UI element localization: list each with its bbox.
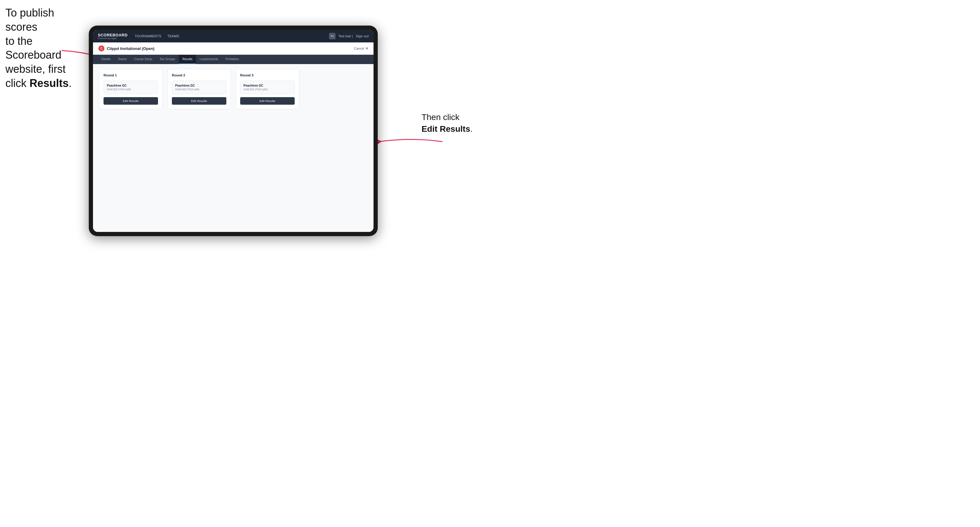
- round-3-course: Peachtree GC Gold (M) (7010 yds): [240, 81, 295, 94]
- round-2-course-details: Gold (M) (7010 yds): [175, 88, 223, 91]
- round-3-course-name: Peachtree GC: [243, 84, 291, 87]
- nav-tournaments[interactable]: TOURNAMENTS: [135, 34, 161, 38]
- logo-title: SCOREBOARD: [98, 33, 127, 37]
- round-1-title: Round 1: [103, 73, 158, 77]
- tournament-icon: C: [99, 45, 105, 51]
- round-2-course: Peachtree GC Gold (M) (7010 yds): [172, 81, 226, 94]
- tab-printables[interactable]: Printables: [222, 55, 242, 64]
- tab-bar: Details Teams Course Setup Tee Groups Re…: [93, 55, 374, 64]
- round-3-title: Round 3: [240, 73, 295, 77]
- instruction-left: To publish scores to the Scoreboard webs…: [5, 6, 84, 90]
- round-2-edit-results-button[interactable]: Edit Results: [172, 97, 226, 105]
- user-label: Test User |: [339, 35, 353, 38]
- round-1-course: Peachtree GC Gold (M) (7010 yds): [103, 81, 158, 94]
- round-3-card: Round 3 Peachtree GC Gold (M) (7010 yds)…: [235, 69, 299, 109]
- round-1-course-details: Gold (M) (7010 yds): [107, 88, 155, 91]
- round-3-course-details: Gold (M) (7010 yds): [243, 88, 291, 91]
- round-1-card: Round 1 Peachtree GC Gold (M) (7010 yds)…: [99, 69, 162, 109]
- round-2-course-name: Peachtree GC: [175, 84, 223, 87]
- tab-course-setup[interactable]: Course Setup: [130, 55, 156, 64]
- cancel-icon[interactable]: ✕: [365, 47, 368, 51]
- tab-tee-groups[interactable]: Tee Groups: [156, 55, 179, 64]
- rounds-area: Round 1 Peachtree GC Gold (M) (7010 yds)…: [93, 64, 374, 232]
- tab-leaderboards[interactable]: Leaderboards: [196, 55, 222, 64]
- cancel-button[interactable]: Cancel ✕: [354, 47, 368, 51]
- top-navigation: SCOREBOARD Powered by clippd TOURNAMENTS…: [93, 30, 374, 43]
- tab-details[interactable]: Details: [98, 55, 115, 64]
- round-1-edit-results-button[interactable]: Edit Results: [103, 97, 158, 105]
- instruction-right: Then click Edit Results.: [422, 111, 473, 135]
- rounds-grid: Round 1 Peachtree GC Gold (M) (7010 yds)…: [99, 69, 368, 109]
- nav-teams[interactable]: TEAMS: [167, 34, 179, 38]
- tournament-name: Clippd Invitational (Open): [107, 46, 154, 51]
- round-2-title: Round 2: [172, 73, 226, 77]
- sign-out-link[interactable]: Sign out: [356, 34, 369, 38]
- main-content: C Clippd Invitational (Open) Cancel ✕ De…: [93, 43, 374, 232]
- tablet-device: SCOREBOARD Powered by clippd TOURNAMENTS…: [89, 25, 378, 236]
- tab-teams[interactable]: Teams: [115, 55, 130, 64]
- empty-column: [304, 69, 368, 109]
- tournament-header: C Clippd Invitational (Open) Cancel ✕: [93, 43, 374, 55]
- logo: SCOREBOARD Powered by clippd: [98, 33, 127, 40]
- tournament-title-row: C Clippd Invitational (Open): [99, 45, 154, 51]
- round-3-edit-results-button[interactable]: Edit Results: [240, 97, 295, 105]
- user-avatar: TU: [329, 33, 336, 40]
- round-2-card: Round 2 Peachtree GC Gold (M) (7010 yds)…: [167, 69, 231, 109]
- round-1-course-name: Peachtree GC: [107, 84, 155, 87]
- nav-right-area: TU Test User | Sign out: [329, 33, 369, 40]
- logo-subtitle: Powered by clippd: [98, 37, 127, 40]
- tab-results[interactable]: Results: [179, 55, 196, 64]
- nav-links: TOURNAMENTS TEAMS: [135, 34, 329, 38]
- tablet-screen: SCOREBOARD Powered by clippd TOURNAMENTS…: [93, 30, 374, 232]
